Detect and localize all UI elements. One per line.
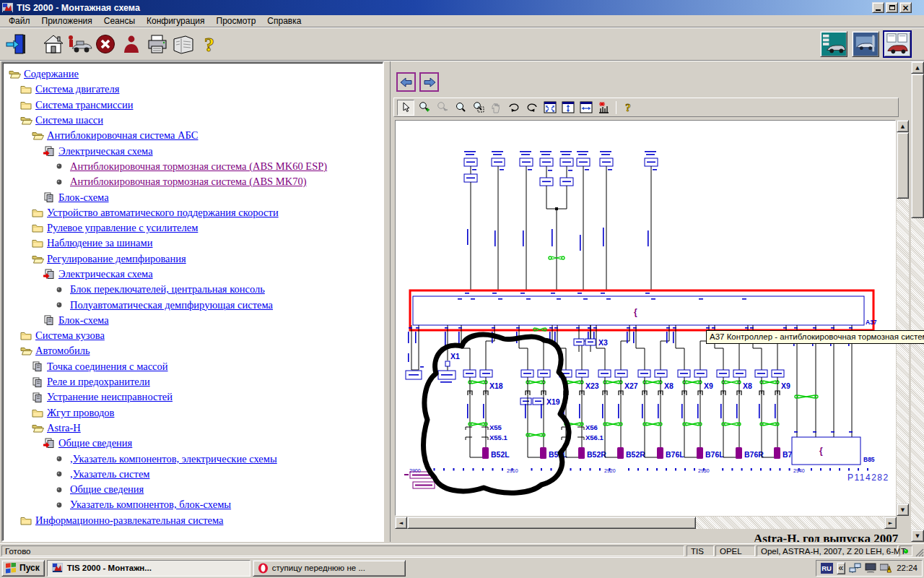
tree-item[interactable]: Электрическая схема: [3, 267, 383, 282]
tree-link[interactable]: Содержание: [24, 68, 79, 80]
tree-link[interactable]: Электрическая схема: [58, 145, 153, 158]
resize-grip[interactable]: [913, 546, 924, 557]
tree-link[interactable]: Реле и предохранители: [47, 376, 150, 388]
stop-button[interactable]: [92, 31, 118, 57]
tray-chevron[interactable]: «: [837, 562, 846, 574]
tree-item[interactable]: Система двигателя: [3, 82, 383, 97]
tree-link[interactable]: Система шасси: [35, 114, 103, 126]
taskbar-task-browser[interactable]: ступицу переднюю не ...: [253, 560, 406, 577]
tree-item[interactable]: Рулевое управление с усилителем: [3, 220, 383, 236]
tree-item[interactable]: Реле и предохранители: [3, 374, 383, 389]
tree-item[interactable]: Блок-схема: [3, 189, 383, 204]
tree-link[interactable]: Указатель компонентов, блок-схемы: [70, 499, 231, 511]
tree-item[interactable]: Блок переключателей, центральная консоль: [3, 282, 383, 297]
tree-link[interactable]: ,Указатель систем: [70, 468, 150, 480]
title-bar[interactable]: TIS 2000 - Монтажная схема ×: [0, 0, 924, 15]
tree-item[interactable]: Блок-схема: [3, 313, 383, 328]
tree-item[interactable]: Точка соединения с массой: [3, 359, 383, 374]
tree-item[interactable]: Система трансмиссии: [3, 98, 383, 113]
tree-item[interactable]: Система шасси: [3, 113, 383, 128]
tree-link[interactable]: Устройство автоматического поддержания с…: [47, 207, 279, 219]
tree-link[interactable]: Точка соединения с массой: [47, 361, 168, 373]
module-wiring-diagrams-button[interactable]: [884, 31, 911, 57]
scroll-right-icon[interactable]: ►: [884, 517, 897, 529]
tree-link[interactable]: Блок-схема: [58, 191, 109, 204]
pan-button[interactable]: [487, 100, 505, 116]
tree-link[interactable]: Общие сведения: [70, 483, 144, 496]
vehicle-service-button[interactable]: [66, 31, 92, 57]
back-button[interactable]: [396, 72, 416, 92]
start-button[interactable]: Пуск: [1, 560, 45, 577]
exit-button[interactable]: [3, 31, 29, 57]
tree-item[interactable]: Автомобиль: [3, 343, 383, 358]
tree-item[interactable]: Общие сведения: [3, 436, 383, 451]
menu-sessions[interactable]: Сеансы: [98, 15, 141, 27]
menu-view[interactable]: Просмотр: [211, 15, 262, 27]
fit-height-button[interactable]: [559, 100, 577, 116]
tree-link[interactable]: ,Указатель компонентов, электрические сх…: [70, 453, 277, 465]
user-button[interactable]: [118, 31, 144, 57]
tree-item[interactable]: Регулирование демпфирования: [3, 251, 383, 267]
tree-item[interactable]: Система кузова: [3, 328, 383, 343]
tree-item[interactable]: Устройство автоматического поддержания с…: [3, 205, 383, 220]
tree-link[interactable]: Автомобиль: [35, 345, 90, 357]
warning-icon[interactable]: [880, 563, 892, 573]
zoom-in-button[interactable]: [415, 100, 432, 116]
viewer-help-button[interactable]: ?: [619, 100, 637, 116]
select-tool-button[interactable]: [397, 100, 414, 116]
tree-item[interactable]: Полуавтоматическая демпфирующая система: [3, 297, 383, 312]
scroll-down-icon[interactable]: ▼: [897, 504, 909, 516]
menu-help[interactable]: Справка: [261, 15, 307, 27]
tree-item[interactable]: Жгут проводов: [3, 405, 383, 420]
tree-link[interactable]: Система кузова: [35, 329, 105, 342]
tree-link[interactable]: Электрическая схема: [58, 268, 153, 280]
language-indicator[interactable]: RU: [821, 563, 833, 574]
menu-configuration[interactable]: Конфигурация: [141, 15, 211, 27]
tree-link[interactable]: Антиблокировочная тормозная система (ABS…: [70, 176, 307, 188]
forward-button[interactable]: [419, 72, 439, 92]
menu-applications[interactable]: Приложения: [36, 15, 98, 27]
scroll-up-icon[interactable]: ▲: [911, 61, 924, 74]
tree-item[interactable]: Электрическая схема: [3, 143, 383, 158]
rotate-ccw-button[interactable]: [523, 100, 541, 116]
tree-link[interactable]: Astra-H: [47, 422, 81, 434]
zoom-button[interactable]: [451, 100, 468, 116]
tree-link[interactable]: Полуавтоматическая демпфирующая система: [70, 299, 273, 311]
home-button[interactable]: [40, 31, 66, 57]
tree-item[interactable]: Антиблокировочная тормозная система (ABS…: [3, 159, 383, 174]
tree-item[interactable]: Антиблокировочная тормозная система (ABS…: [3, 174, 383, 189]
tree-link[interactable]: Система трансмиссии: [35, 99, 134, 111]
zoom-out-button[interactable]: [433, 100, 450, 116]
pane-splitter[interactable]: [384, 61, 390, 542]
taskbar-task-tis[interactable]: TIS 2000 - Монтажн...: [47, 560, 250, 577]
tree-link[interactable]: Устранение неисправностей: [47, 391, 173, 403]
network-icon[interactable]: [849, 563, 861, 574]
vertical-scroll-thumb[interactable]: [897, 132, 909, 199]
diagram-horizontal-scrollbar[interactable]: ◄ ►: [395, 517, 897, 529]
tree-item[interactable]: ,Указатель систем: [3, 467, 383, 482]
horizontal-scroll-thumb[interactable]: [407, 517, 696, 529]
scroll-down-icon[interactable]: ▼: [911, 530, 924, 542]
tree-link[interactable]: Блок-схема: [58, 314, 109, 327]
tree-item[interactable]: Общие сведения: [3, 482, 383, 497]
tree-link[interactable]: Рулевое управление с усилителем: [47, 222, 198, 234]
tree-link[interactable]: Антиблокировочная тормозная система (ABS…: [70, 160, 327, 173]
tree-item[interactable]: Указатель компонентов, блок-схемы: [3, 497, 383, 512]
tree-link[interactable]: Блок переключателей, центральная консоль: [70, 283, 265, 296]
close-button[interactable]: ×: [899, 2, 912, 13]
tree-item[interactable]: Содержание: [3, 66, 383, 82]
tree-link[interactable]: Система двигателя: [35, 83, 119, 95]
tree-item[interactable]: Astra-H: [3, 420, 383, 436]
tree-item[interactable]: Устранение неисправностей: [3, 389, 383, 405]
tree-link[interactable]: Антиблокировочная система АБС: [47, 129, 198, 142]
tree-item[interactable]: Информационно-развлекательная система: [3, 513, 383, 528]
display-icon[interactable]: [865, 563, 876, 573]
vertical-scroll-thumb[interactable]: [911, 74, 924, 218]
module-workshop-button[interactable]: [852, 31, 879, 57]
help-button[interactable]: ?: [196, 31, 222, 57]
scroll-up-icon[interactable]: ▲: [897, 120, 909, 132]
zoom-window-button[interactable]: [469, 100, 487, 116]
tree-link[interactable]: Информационно-развлекательная система: [35, 514, 223, 527]
tree-link[interactable]: Общие сведения: [58, 437, 132, 449]
tree-link[interactable]: Регулирование демпфирования: [47, 253, 186, 265]
